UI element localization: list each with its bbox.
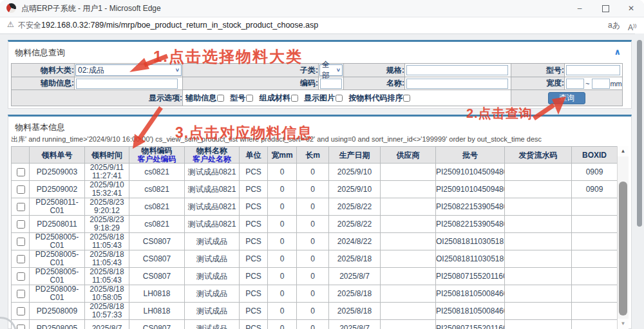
maximize-button[interactable] xyxy=(592,0,618,17)
option-images: 显示图片 xyxy=(304,93,343,102)
browser-window: 点晴ERP子系统 - 用户1 - Microsoft Edge – ✕ ⚠ 不安… xyxy=(0,0,644,329)
order-no-cell: PD2508011-C01 xyxy=(35,198,79,216)
address-bar[interactable]: ⚠ 不安全 192.168.0.32:789/mis/mrp/boe_produ… xyxy=(0,17,644,34)
query-panel: 物料信息查询 ∧ 物料大类: 02:成品 ˅ 子类: 全部 xyxy=(8,40,632,109)
table-scrollbar[interactable]: ▲ ▼ xyxy=(617,146,629,329)
unit-cell: PCS xyxy=(245,324,261,329)
row-checkbox[interactable] xyxy=(17,238,25,246)
aux-info-input[interactable] xyxy=(76,79,178,89)
code-cell: cs0821 xyxy=(144,202,169,211)
prod-date-cell: 2025/8/7 xyxy=(339,272,370,281)
spec-label: 规格: xyxy=(344,64,405,77)
table-row[interactable]: PD2508005-C01 2025/8/1811:05:43 CS0807 测… xyxy=(12,250,618,268)
time-cell: 9:20:12 xyxy=(85,207,129,215)
table-row[interactable]: PD2508009 2025/8/1810:57:33 LH0818 测试成品 … xyxy=(12,303,618,320)
row-checkbox[interactable] xyxy=(17,272,25,281)
table-row[interactable]: PD2508011-C01 2025/8/239:20:12 cs0821 测试… xyxy=(12,198,618,216)
annotation-step2: 2.点击查询 xyxy=(466,105,533,122)
row-checkbox[interactable] xyxy=(17,168,25,176)
boxid-cell: 0909 xyxy=(586,185,603,194)
col-prod-date: 生产日期 xyxy=(329,147,381,164)
table-row[interactable]: PD2508011 2025/8/239:18:29 cs0821 测试成品08… xyxy=(12,216,618,233)
table-row[interactable]: PD2508005-C01 2025/8/1811:05:43 CS0807 测… xyxy=(12,233,618,250)
row-checkbox[interactable] xyxy=(17,255,25,263)
batch-cell: PI250807155201160 xyxy=(436,272,505,281)
row-checkbox[interactable] xyxy=(17,290,25,298)
row-checkbox[interactable] xyxy=(17,185,25,194)
time-cell: 11:05:43 xyxy=(85,259,129,267)
result-panel: 物料基本信息 出库' and running_time>'2024/9/10 1… xyxy=(8,115,632,329)
row-checkbox[interactable] xyxy=(17,324,25,329)
width-max-input[interactable] xyxy=(592,79,610,89)
subcategory-select[interactable]: 全部 ˅ xyxy=(319,64,343,76)
material-table: 领料单号 领料时间 物料编码客户处编码 物料名称客户处名称 单位 宽mm 长m … xyxy=(11,146,618,329)
option-aux-info-checkbox[interactable] xyxy=(217,95,224,102)
page-scrollbar[interactable] xyxy=(635,33,644,329)
table-row[interactable]: PD2508009-C01 2025/8/1810:58:05 LH0818 测… xyxy=(12,285,618,303)
code-cell: cs0821 xyxy=(144,220,169,229)
spec-input[interactable] xyxy=(406,65,508,75)
unit-cell: PCS xyxy=(245,289,261,298)
translate-icon[interactable]: aあ xyxy=(608,17,620,33)
option-sort-by-code-checkbox[interactable] xyxy=(403,95,410,102)
material-table-wrapper: 领料单号 领料时间 物料编码客户处编码 物料名称客户处名称 单位 宽mm 长m … xyxy=(11,146,618,329)
range-tilde: ~ xyxy=(585,80,589,88)
length-cell: 0 xyxy=(310,167,315,176)
scroll-down-icon[interactable]: ▼ xyxy=(618,319,629,329)
table-row[interactable]: PD2509003 2025/9/1111:27:41 cs0821 测试成品0… xyxy=(12,164,618,181)
table-row[interactable]: PD2509002 2025/9/1015:32:41 cs0821 测试成品0… xyxy=(12,181,618,198)
table-scrollbar-thumb[interactable] xyxy=(619,182,627,315)
order-no-cell: PD2509003 xyxy=(37,167,77,176)
unit-cell: PCS xyxy=(245,202,261,211)
option-images-checkbox[interactable] xyxy=(336,95,343,102)
length-cell: 0 xyxy=(310,272,315,281)
option-sort-by-code: 按物料代码排序 xyxy=(348,93,410,102)
search-button[interactable]: 查询 xyxy=(548,92,585,104)
row-checkbox[interactable] xyxy=(17,220,25,229)
annotation-step3: 3.点击对应物料信息 xyxy=(175,123,312,143)
close-icon: ✕ xyxy=(628,4,634,13)
name-cell: 测试成品 xyxy=(196,272,227,281)
close-button[interactable]: ✕ xyxy=(618,0,644,17)
prod-date-cell: 2025/9/10 xyxy=(337,185,372,194)
row-checkbox[interactable] xyxy=(17,307,25,315)
time-cell: 11:05:43 xyxy=(85,241,129,250)
width-cell: 0 xyxy=(280,237,285,246)
time-cell: 10:57:33 xyxy=(85,311,129,319)
col-checkbox xyxy=(12,147,30,164)
col-name: 物料名称客户处名称 xyxy=(185,147,240,164)
name-cell: 测试成品0821 xyxy=(188,167,236,176)
url-text[interactable]: 192.168.0.32:789/mis/mrp/boe_product_ret… xyxy=(41,17,318,33)
width-min-input[interactable] xyxy=(566,79,584,89)
option-model: 型号 xyxy=(230,93,253,102)
name-input[interactable] xyxy=(406,79,508,89)
row-checkbox[interactable] xyxy=(17,203,25,211)
table-row[interactable]: PD2508005 2025/8/7 CS0807 测试成品 PCS 0 0 2… xyxy=(12,320,618,329)
length-cell: 0 xyxy=(310,185,315,194)
annotation-step1: 1.点击选择物料大类 xyxy=(153,46,303,67)
order-no-cell: PD2509002 xyxy=(37,185,77,194)
scroll-up-icon[interactable]: ▲ xyxy=(618,146,629,156)
width-cell: 0 xyxy=(280,306,285,315)
col-length: 长m xyxy=(297,147,329,164)
col-code: 物料编码客户处编码 xyxy=(129,147,185,164)
table-row[interactable]: PD2508005-C01 2025/8/1811:05:43 CS0807 测… xyxy=(12,268,618,285)
col-width: 宽mm xyxy=(268,147,297,164)
prod-date-cell: 2025/9/10 xyxy=(337,167,372,176)
col-supplier: 供应商 xyxy=(381,147,436,164)
aux-info-label: 辅助信息: xyxy=(12,77,75,90)
table-header: 领料单号 领料时间 物料编码客户处编码 物料名称客户处名称 单位 宽mm 长m … xyxy=(12,147,618,164)
minimize-button[interactable]: – xyxy=(567,0,592,17)
width-label: 宽度: xyxy=(511,77,565,90)
prod-date-cell: 2025/8/18 xyxy=(337,254,372,263)
code-input[interactable] xyxy=(320,79,342,89)
prod-date-cell: 2025/8/22 xyxy=(337,220,372,229)
model-input[interactable] xyxy=(566,65,620,75)
width-cell: 0 xyxy=(280,220,285,229)
option-model-checkbox[interactable] xyxy=(246,95,253,102)
security-warning-label[interactable]: 不安全 xyxy=(18,17,41,33)
collapse-panel-icon[interactable]: ∧ xyxy=(614,47,621,57)
option-materials-checkbox[interactable] xyxy=(291,95,298,102)
name-cell: 测试成品 xyxy=(196,306,227,315)
page-scrollbar-thumb[interactable] xyxy=(637,40,642,227)
